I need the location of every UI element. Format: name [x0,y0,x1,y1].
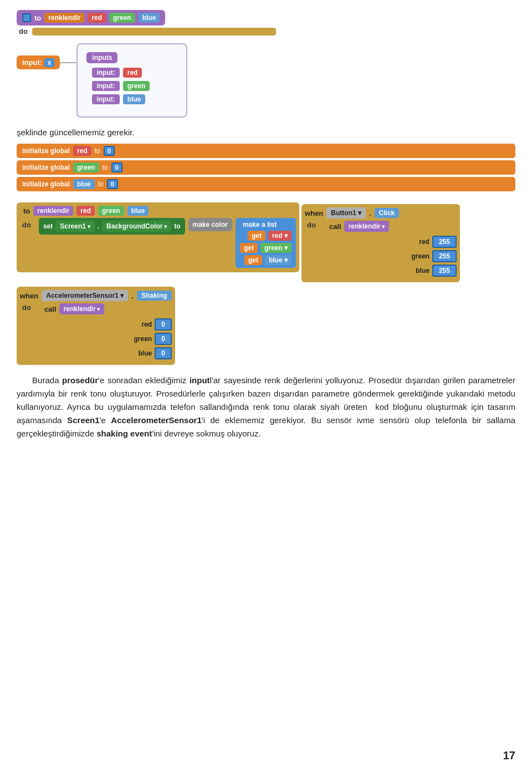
make-color-label: make color [193,221,228,228]
dot-label-1: . [369,209,371,217]
button-event-header: when Button1 ▾ . Click [305,207,457,219]
param-name-blue-btn: blue [408,267,429,275]
init-text-1: initialize global [22,147,70,155]
param-blue-2: blue [127,206,149,216]
init-var-blue: blue [73,179,95,189]
param-name-red-sensor: red [131,321,152,328]
init-red: initialize global red to 0 [17,144,515,158]
get-red-row: get red ▾ [240,231,291,241]
blue-square-icon [22,13,31,22]
input-val-blue: blue [123,94,146,104]
make-list-block: make a list get red ▾ get green ▾ get bl… [236,218,296,268]
get-blue-row: get blue ▾ [240,255,291,265]
set-block: set Screen1 . BackgroundColor to [39,218,185,235]
get-label-blue: get [244,255,262,265]
call-label-btn: call [329,222,341,231]
init-blocks: initialize global red to 0 initialize gl… [17,144,515,194]
input-popup-area: input: x inputs input: red input: green … [17,39,187,118]
param-name-green-btn: green [408,252,429,260]
init-var-red: red [73,146,91,156]
do-set-area: do set Screen1 . BackgroundColor to make… [20,218,296,268]
input-row-red: input: red [92,68,177,78]
do-label-2: do [22,221,31,229]
input-val-red: red [123,68,142,78]
call-row-btn: call renklendir [329,221,457,232]
to-kw-2: to [23,207,30,215]
call-label-sensor: call [44,305,57,313]
param-row-blue-sensor: blue 0 [44,347,172,359]
red-param: red [88,13,106,23]
renklendir-btn-pill[interactable]: renklendir [344,221,390,232]
get-blue: blue ▾ [265,255,291,265]
param-row-green-sensor: green 0 [44,333,172,345]
input-val-green: green [123,81,150,91]
tan-bar [32,28,276,35]
get-label-green: get [240,243,258,253]
click-event: Click [375,208,400,218]
dot-label-2: . [131,292,134,300]
param-val-red-btn: 255 [432,236,457,248]
param-name-red-btn: red [408,238,429,246]
param-row-blue-btn: blue 255 [329,265,457,277]
get-label-red: get [248,231,265,241]
top-diagram: to renklendir red green blue do input: x… [17,10,515,118]
input-row-green: input: green [92,81,177,91]
sensor-event-header: when AccelerometerSensor1 ▾ . Shaking [20,290,172,301]
init-to-2: to [103,164,108,171]
param-green-2: green [98,206,124,216]
page-number: 17 [503,749,515,762]
make-list-label: make a list [243,221,277,228]
blue-param: blue [139,13,160,23]
init-zero-red: 0 [104,146,115,156]
inputs-title: inputs [86,52,117,63]
do-row: do [17,27,276,35]
input-label-green: input: [92,81,119,91]
input-label-blue: input: [92,94,119,104]
button-event-block: when Button1 ▾ . Click do call renklendi… [301,204,460,282]
param-val-blue-sensor: 0 [155,347,172,359]
renklendir-sensor-pill[interactable]: renklendir [59,303,105,314]
param-val-blue-btn: 255 [432,265,457,277]
input-label: input: [22,58,44,67]
green-param: green [109,13,135,23]
screen1-dropdown[interactable]: Screen1 [55,221,94,232]
do-label-sensor: do [22,303,31,312]
dot-sep: . [98,222,99,230]
init-green: initialize global green to 0 [17,160,515,175]
param-val-green-sensor: 0 [155,333,172,345]
proc-header-row: to renklendir red green blue [20,206,296,216]
sensor-pill[interactable]: AccelerometerSensor1 ▾ [42,290,128,301]
set-kw: set [43,222,53,230]
bgcolor-dropdown[interactable]: BackgroundColor [102,221,171,232]
init-var-green: green [73,162,99,172]
call-row-sensor: call renklendir [44,303,172,314]
get-green-row: get green ▾ [240,243,291,253]
param-name-green-sensor: green [131,335,152,343]
init-blue: initialize global blue to 0 [17,177,515,191]
input-x-block: input: x [17,55,60,69]
param-val-green-btn: 255 [432,250,457,262]
button-do-area: do call renklendir red 255 green 255 blu… [305,221,457,277]
get-green: green ▾ [260,243,291,253]
button-do-inner: call renklendir red 255 green 255 blue 2… [329,221,457,277]
param-red-2: red [76,206,95,216]
init-text-3: initialize global [22,180,70,188]
proc-def-block: to renklendir red green blue [17,10,165,26]
param-row-red-sensor: red 0 [44,318,172,331]
renklendir-label: renklendir [44,13,84,23]
sensor-do-area: do call renklendir red 0 green 0 blue 0 [20,303,172,359]
param-val-red-sensor: 0 [155,318,172,331]
shaking-event: Shaking [137,291,172,301]
do-label-btn: do [307,221,316,229]
to-kw-3: to [174,222,180,230]
param-row-green-btn: green 255 [329,250,457,262]
button1-pill[interactable]: Button1 ▾ [326,207,366,219]
make-color-block: make color [188,218,232,231]
init-zero-green: 0 [111,162,122,172]
param-name-blue-sensor: blue [131,349,152,357]
proc-name-2: renklendir [33,206,73,216]
popup-panel: inputs input: red input: green input: bl… [76,43,187,118]
make-list-header: make a list [240,221,291,228]
input-row-blue: input: blue [92,94,177,104]
x-pill: x [44,58,55,67]
